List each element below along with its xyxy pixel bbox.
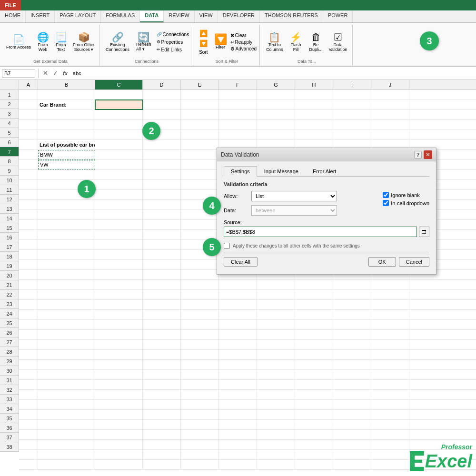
- col-header-G[interactable]: G: [257, 80, 295, 89]
- row-header-14[interactable]: 14: [0, 214, 19, 223]
- cell-H31[interactable]: [295, 390, 333, 399]
- cell-E22[interactable]: [181, 300, 219, 309]
- connections-button[interactable]: 🔗 Connections: [156, 31, 190, 38]
- cell-E5[interactable]: [181, 130, 219, 139]
- cell-F5[interactable]: [219, 130, 257, 139]
- cell-F23[interactable]: [219, 310, 257, 319]
- col-header-E[interactable]: E: [181, 80, 219, 89]
- cell-C17[interactable]: [95, 250, 143, 259]
- cell-A16[interactable]: [19, 240, 38, 249]
- filter-button[interactable]: 🔽 Filter: [212, 33, 229, 51]
- ok-button[interactable]: OK: [368, 257, 396, 267]
- cell-G3[interactable]: [257, 110, 295, 119]
- row-header-29[interactable]: 29: [0, 357, 19, 366]
- cell-A8[interactable]: [19, 160, 38, 169]
- cell-F4[interactable]: [219, 120, 257, 129]
- cell-A7[interactable]: [19, 150, 38, 159]
- tab-error-alert[interactable]: Error Alert: [306, 166, 344, 177]
- cell-E2[interactable]: [181, 100, 219, 109]
- cell-B15[interactable]: [38, 230, 95, 239]
- cell-E37[interactable]: [181, 450, 219, 459]
- cell-B34[interactable]: [38, 420, 95, 429]
- cell-A19[interactable]: [19, 270, 38, 279]
- row-header-1[interactable]: 1: [0, 90, 19, 99]
- cell-A1[interactable]: [19, 90, 38, 99]
- cell-J27[interactable]: [371, 350, 409, 359]
- cell-E32[interactable]: [181, 400, 219, 409]
- cell-H37[interactable]: [295, 450, 333, 459]
- cell-A28[interactable]: [19, 360, 38, 369]
- cell-J26[interactable]: [371, 340, 409, 349]
- row-header-22[interactable]: 22: [0, 290, 19, 299]
- cell-A17[interactable]: [19, 250, 38, 259]
- cell-H21[interactable]: [295, 290, 333, 299]
- cell-B20[interactable]: [38, 280, 95, 289]
- existing-connections-button[interactable]: 🔗 ExistingConnections: [103, 31, 132, 53]
- cell-C12[interactable]: [95, 200, 143, 209]
- cell-J5[interactable]: [371, 130, 409, 139]
- cell-A20[interactable]: [19, 280, 38, 289]
- cell-D2[interactable]: [143, 100, 181, 109]
- cell-B38[interactable]: [38, 460, 95, 469]
- cell-E6[interactable]: [181, 140, 219, 149]
- cell-C32[interactable]: [95, 400, 143, 409]
- cell-H26[interactable]: [295, 340, 333, 349]
- cell-F26[interactable]: [219, 340, 257, 349]
- cell-A26[interactable]: [19, 340, 38, 349]
- cell-F37[interactable]: [219, 450, 257, 459]
- cell-A38[interactable]: [19, 460, 38, 469]
- cell-D13[interactable]: [143, 210, 181, 219]
- row-header-30[interactable]: 30: [0, 366, 19, 376]
- cell-D30[interactable]: [143, 380, 181, 389]
- cell-E9[interactable]: [181, 170, 219, 179]
- data-dropdown[interactable]: between: [251, 205, 337, 216]
- cell-F31[interactable]: [219, 390, 257, 399]
- cell-D22[interactable]: [143, 300, 181, 309]
- cell-H38[interactable]: [295, 460, 333, 469]
- cell-D35[interactable]: [143, 430, 181, 439]
- cell-B22[interactable]: [38, 300, 95, 309]
- row-header-31[interactable]: 31: [0, 376, 19, 385]
- cell-A11[interactable]: [19, 190, 38, 199]
- row-header-24[interactable]: 24: [0, 309, 19, 318]
- tab-developer[interactable]: DEVELOPER: [218, 10, 260, 22]
- cell-F34[interactable]: [219, 420, 257, 429]
- cell-G28[interactable]: [257, 360, 295, 369]
- properties-button[interactable]: ⚙ Properties: [156, 39, 190, 45]
- cell-B18[interactable]: [38, 260, 95, 269]
- row-header-6[interactable]: 6: [0, 138, 19, 147]
- cell-I30[interactable]: [333, 380, 371, 389]
- cell-C27[interactable]: [95, 350, 143, 359]
- cell-E27[interactable]: [181, 350, 219, 359]
- cell-E34[interactable]: [181, 420, 219, 429]
- cell-C5[interactable]: [95, 130, 143, 139]
- cell-C22[interactable]: [95, 300, 143, 309]
- cell-I5[interactable]: [333, 130, 371, 139]
- cell-A9[interactable]: [19, 170, 38, 179]
- row-header-21[interactable]: 21: [0, 280, 19, 290]
- cell-H20[interactable]: [295, 280, 333, 289]
- cell-F27[interactable]: [219, 350, 257, 359]
- col-header-I[interactable]: I: [333, 80, 371, 89]
- cell-G35[interactable]: [257, 430, 295, 439]
- cell-B30[interactable]: [38, 380, 95, 389]
- cell-A12[interactable]: [19, 200, 38, 209]
- cell-H29[interactable]: [295, 370, 333, 379]
- cell-E26[interactable]: [181, 340, 219, 349]
- cell-G30[interactable]: [257, 380, 295, 389]
- cell-H5[interactable]: [295, 130, 333, 139]
- cell-E3[interactable]: [181, 110, 219, 119]
- cancel-formula-icon[interactable]: ✕: [41, 69, 50, 77]
- cell-B16[interactable]: [38, 240, 95, 249]
- cell-I2[interactable]: [333, 100, 371, 109]
- col-header-F[interactable]: F: [219, 80, 257, 89]
- cell-I27[interactable]: [333, 350, 371, 359]
- cell-F24[interactable]: [219, 320, 257, 329]
- cell-C24[interactable]: [95, 320, 143, 329]
- cell-D33[interactable]: [143, 410, 181, 419]
- cell-E4[interactable]: [181, 120, 219, 129]
- cell-F20[interactable]: [219, 280, 257, 289]
- cell-F1[interactable]: [219, 90, 257, 99]
- cell-D31[interactable]: [143, 390, 181, 399]
- cell-D23[interactable]: [143, 310, 181, 319]
